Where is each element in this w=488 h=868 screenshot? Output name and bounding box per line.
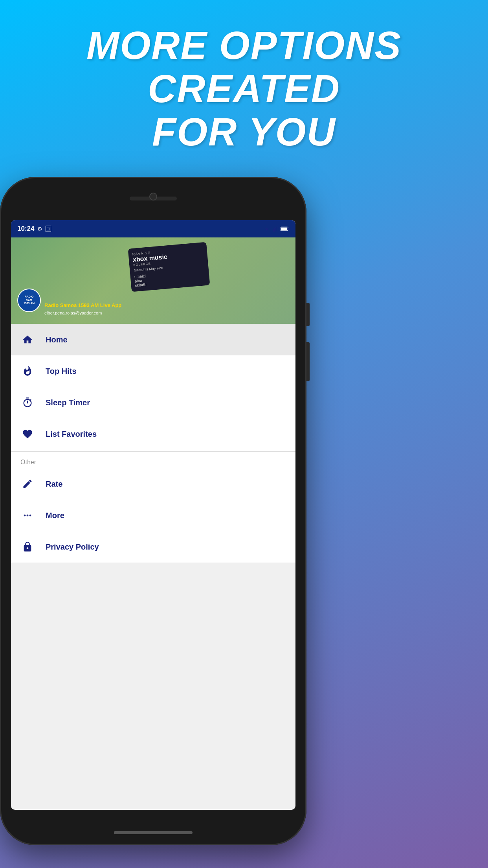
svg-rect-3 xyxy=(275,227,277,232)
nav-label-home: Home xyxy=(46,335,68,344)
status-right xyxy=(263,226,289,232)
station-name: Radio Samoa 1593 AM Live App xyxy=(44,302,121,308)
nav-item-list-favorites[interactable]: List Favorites xyxy=(11,418,295,450)
svg-rect-7 xyxy=(281,227,287,230)
home-bar xyxy=(114,831,193,834)
status-time: 10:24 xyxy=(17,225,34,233)
power-button xyxy=(306,303,310,326)
lock-icon xyxy=(20,540,35,554)
svg-rect-6 xyxy=(288,228,289,230)
timer-icon xyxy=(20,395,35,410)
svg-rect-1 xyxy=(273,229,274,232)
wifi-icon xyxy=(263,226,270,232)
header-banner: RÁVÁ SE xbox music KOLEKCE Memphis May F… xyxy=(11,237,295,324)
svg-rect-4 xyxy=(277,226,278,232)
section-other-title: Other xyxy=(11,453,295,468)
headline-text: MORE OPTIONS CREATED FOR YOU xyxy=(24,24,464,153)
front-camera xyxy=(149,193,157,200)
nav-label-list-favorites: List Favorites xyxy=(46,430,97,439)
banner-email: elber.pena.rojas@yagder.com xyxy=(44,311,102,315)
nav-item-top-hits[interactable]: Top Hits xyxy=(11,355,295,387)
headline: MORE OPTIONS CREATED FOR YOU xyxy=(0,24,488,153)
nav-item-privacy-policy[interactable]: Privacy Policy xyxy=(11,531,295,563)
nav-label-privacy-policy: Privacy Policy xyxy=(46,542,99,552)
nav-label-sleep-timer: Sleep Timer xyxy=(46,398,90,407)
xbox-list: umělci alba skladb xyxy=(134,268,205,288)
page-background: MORE OPTIONS CREATED FOR YOU 10:24 ⚙ □ xyxy=(0,0,488,845)
nav-label-more: More xyxy=(46,511,64,520)
nav-item-more[interactable]: More xyxy=(11,500,295,531)
fire-icon xyxy=(20,364,35,378)
more-icon xyxy=(20,508,35,522)
nav-drawer: Home Top Hits xyxy=(11,324,295,563)
settings-icon: ⚙ xyxy=(37,226,42,232)
status-left: 10:24 ⚙ □ xyxy=(17,225,51,233)
nav-item-rate[interactable]: Rate xyxy=(11,468,295,500)
radio-station-badge: RADIOSAM1593 AM xyxy=(17,289,41,312)
section-divider xyxy=(11,451,295,452)
nav-label-rate: Rate xyxy=(46,480,62,489)
svg-point-0 xyxy=(266,230,267,231)
rate-icon xyxy=(20,477,35,491)
svg-rect-2 xyxy=(274,228,275,232)
radio-badge-text: RADIOSAM1593 AM xyxy=(24,295,35,305)
status-bar: 10:24 ⚙ □ xyxy=(11,220,295,237)
nav-item-sleep-timer[interactable]: Sleep Timer xyxy=(11,387,295,418)
xbox-card: RÁVÁ SE xbox music KOLEKCE Memphis May F… xyxy=(128,242,210,292)
heart-icon xyxy=(20,427,35,441)
nav-item-home[interactable]: Home xyxy=(11,324,295,355)
nav-label-top-hits: Top Hits xyxy=(46,367,77,376)
battery-icon xyxy=(281,226,289,231)
signal-icon xyxy=(273,226,278,232)
sim-icon: □ xyxy=(46,226,51,232)
phone-mockup: 10:24 ⚙ □ xyxy=(0,177,306,845)
home-icon xyxy=(20,333,35,347)
volume-button xyxy=(306,342,310,381)
phone-screen: 10:24 ⚙ □ xyxy=(11,220,295,810)
